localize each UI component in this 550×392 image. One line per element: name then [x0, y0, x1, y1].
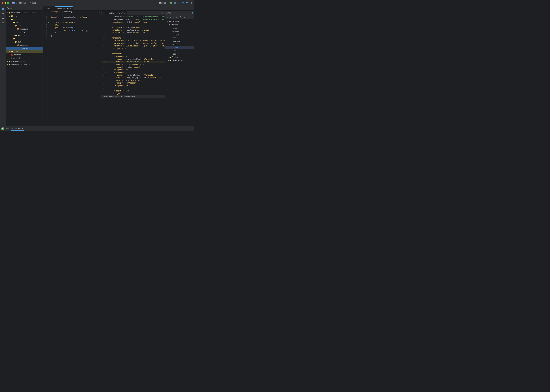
line-num-8: 8: [43, 29, 48, 32]
bottom-run-icon[interactable]: ▶: [1, 127, 4, 130]
code-lines-java: 1 package org.example; 2 3 impo: [43, 11, 101, 40]
tree-item-scratches[interactable]: ▶ 📁 Scratches and Consoles: [6, 63, 43, 66]
maven-label-package: package: [173, 40, 180, 42]
tree-item-pom[interactable]: ▶ 🗎 pom.xml: [6, 56, 43, 60]
run-button[interactable]: ▶: [170, 2, 172, 4]
line-content-9: }: [50, 32, 101, 35]
xml-tab-settings[interactable]: ⋮: [161, 12, 163, 14]
maven-item-hm2[interactable]: ▾ m helloMaven2: [165, 20, 194, 23]
tab-pom-xml[interactable]: m pom.xml (helloMaven2) ✕: [101, 11, 127, 15]
close-button[interactable]: [2, 2, 4, 4]
branch-selector[interactable]: ⎇ master ▾: [29, 2, 39, 4]
tree-arrow-main: ▾: [11, 22, 13, 23]
tree-item-test-org[interactable]: ▾ 📦 org.example: [6, 43, 43, 47]
tab-maintest-java[interactable]: J MainTest.java ✕: [55, 6, 72, 10]
bottom-tab-close[interactable]: ✕: [22, 128, 23, 129]
sidebar-item-project[interactable]: [1, 7, 5, 11]
maven-run-btn[interactable]: ▶: [169, 16, 172, 19]
line-gutter-10: [48, 35, 50, 37]
tab-close-pom[interactable]: ✕: [124, 13, 125, 14]
tree-item-test-java[interactable]: ▾ 📂 java: [6, 40, 43, 43]
maven-label-plugins: Plugins: [172, 56, 178, 58]
tree-item-org-example[interactable]: ▾ 📦 org.example: [6, 27, 43, 31]
xml-bc-dependencies[interactable]: dependencies: [109, 96, 119, 98]
tree-item-main-folder[interactable]: ▾ 📁 main: [6, 21, 43, 24]
xml-bc-project[interactable]: project: [103, 96, 108, 98]
project-selector[interactable]: HM helloMaven2 ▾: [11, 2, 28, 4]
maven-refresh-btn[interactable]: ↻: [166, 16, 168, 19]
sidebar-item-vcs[interactable]: [1, 12, 5, 16]
maven-settings-btn[interactable]: ⚙: [183, 16, 186, 19]
bottom-tab-maintest[interactable]: ✓ MainTest ✕: [11, 127, 24, 131]
folder-icon-idea: 📁: [11, 15, 13, 17]
bottom-tab-run[interactable]: Run: [5, 127, 10, 131]
debug-button[interactable]: 🐞: [174, 2, 176, 4]
tree-item-target[interactable]: ▶ 📁 target: [6, 50, 43, 53]
tree-arrow-ext: ▶: [7, 61, 8, 62]
maven-item-clean[interactable]: ▶ ○ clean: [165, 27, 194, 30]
java-tab-settings[interactable]: ⋮: [191, 7, 193, 9]
xml-g-26: [107, 77, 109, 79]
search-icon[interactable]: 🔍: [186, 2, 188, 4]
tree-item-ext-libs[interactable]: ▶ 📁 External Libraries: [6, 60, 43, 63]
tree-item-src[interactable]: ▾ 📂 src: [6, 18, 43, 21]
maven-item-deploy[interactable]: ▶ ○ deploy: [165, 52, 194, 56]
tab-main-java[interactable]: J Main.java: [43, 6, 55, 10]
maven-more-btn[interactable]: ⋮: [187, 16, 189, 19]
maven-arrow-deps: ▶: [168, 60, 169, 61]
xml-breadcrumb: project / dependencies / dependency / ve…: [101, 95, 165, 98]
svg-point-5: [3, 13, 4, 14]
maven-deps-icon: 📁: [169, 60, 171, 62]
xml-bc-dependency[interactable]: dependency: [121, 96, 130, 98]
maven-download-btn[interactable]: ↓: [172, 16, 175, 19]
maven-item-install[interactable]: ▶ ● install: [165, 46, 194, 49]
maven-item-verify[interactable]: ▶ ○ verify: [165, 43, 194, 46]
xml-line-22: 22 <scope>provided</scope>: [101, 66, 165, 69]
editor-area: J Main.java J MainTest.java ✕ ⋮ ✓: [43, 6, 194, 126]
xml-bc-version[interactable]: version: [131, 96, 137, 98]
tree-item-maintest[interactable]: ▶ C MainTest: [6, 47, 43, 50]
maven-item-compile[interactable]: ▶ ○ compile: [165, 33, 194, 36]
sidebar-item-more[interactable]: ⋯: [1, 121, 5, 125]
tree-item-gitignore[interactable]: ▶ 🚫 .gitignore: [6, 53, 43, 56]
maven-link-btn[interactable]: 🔗: [179, 16, 181, 19]
maven-item-test-goal[interactable]: ▶ ○ test: [165, 36, 194, 39]
maven-label-test-goal: test: [173, 37, 176, 39]
maven-item-lifecycle[interactable]: ▾ ⊕ Lifecycle: [165, 23, 194, 27]
tree-item-hellomaven2[interactable]: ▾ 📁 helloMaven2 ~/Desktop/CS/JavaEE/1 Ja…: [6, 11, 43, 14]
maven-add-btn[interactable]: +: [175, 16, 178, 19]
xml-g-12: [107, 39, 109, 42]
maven-project-icon: m: [167, 21, 168, 22]
java-test-folder-icon: 📂: [15, 41, 17, 43]
line-num-7: 7: [43, 27, 48, 29]
maven-item-site[interactable]: ▶ ○ site: [165, 49, 194, 52]
sidebar-item-structure[interactable]: [1, 21, 5, 25]
profile-icon[interactable]: 👤: [182, 2, 184, 4]
xml-line-27: 27 <version>5.9.3</version>: [101, 79, 165, 82]
maven-item-deps[interactable]: ▶ 📁 Dependencies: [165, 59, 194, 62]
sidebar-item-bookmarks[interactable]: [1, 16, 5, 21]
tree-item-main-class[interactable]: ▶ C Main: [6, 31, 43, 34]
maven-label-validate: validate: [173, 30, 179, 32]
more-button[interactable]: ⋮: [178, 2, 180, 4]
tree-item-idea[interactable]: ▶ 📁 .idea: [6, 14, 43, 18]
xml-g-15: [107, 47, 109, 50]
xml-g-3: [107, 16, 109, 18]
tree-item-test[interactable]: ▾ 📁 test: [6, 37, 43, 40]
tab-close-maintest[interactable]: ✕: [70, 8, 71, 9]
project-panel-dropdown[interactable]: ▾: [14, 7, 14, 9]
maven-item-plugins[interactable]: ▶ 📁 Plugins: [165, 56, 194, 59]
maven-item-validate[interactable]: ▶ ○ validate: [165, 30, 194, 33]
run-configuration[interactable]: MainTest ▾: [159, 2, 168, 4]
tree-arrow: ▾: [7, 12, 8, 14]
tree-item-resources[interactable]: ▶ 📁 resources: [6, 34, 43, 37]
tree-label-ext-libs: External Libraries: [11, 60, 25, 62]
xml-line-3: 3 xmlns:xsi="http://www.w3.org/2001/XMLS…: [101, 16, 165, 18]
java-code-editor[interactable]: ✓ 1 package org.example; 2: [43, 11, 101, 126]
settings-icon[interactable]: ⚙: [190, 2, 192, 4]
maven-item-package[interactable]: ▶ ○ package: [165, 39, 194, 43]
maximize-button[interactable]: [7, 2, 9, 4]
minimize-button[interactable]: [4, 2, 6, 4]
tree-item-java[interactable]: ▾ 📂 java: [6, 24, 43, 27]
line-content-11: [50, 37, 101, 40]
